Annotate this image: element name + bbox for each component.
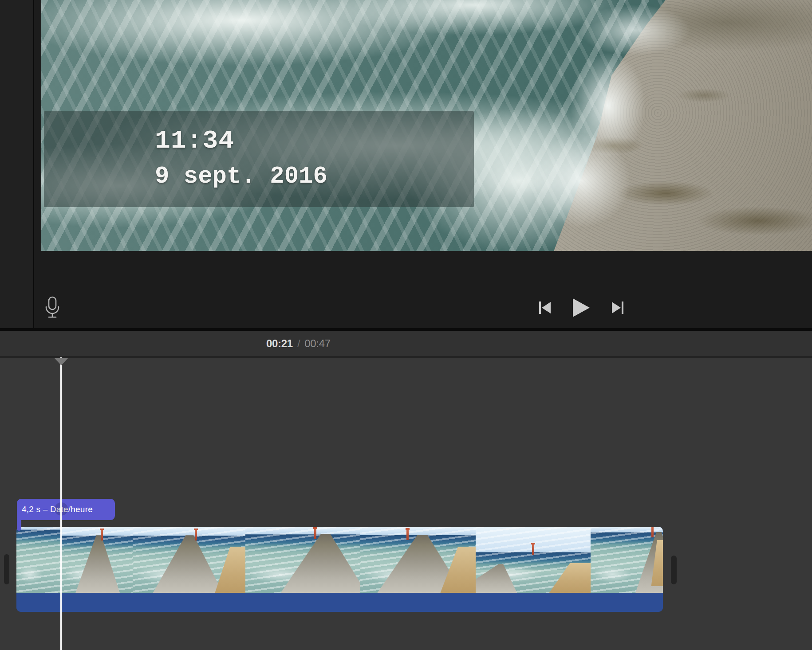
jetty-image bbox=[61, 535, 130, 593]
play-icon bbox=[572, 298, 590, 319]
clip-thumbnail bbox=[476, 527, 591, 593]
beacon-image bbox=[406, 529, 409, 540]
voiceover-record-button[interactable] bbox=[43, 296, 62, 319]
clip-thumbnail bbox=[591, 527, 663, 593]
beacon-image bbox=[314, 529, 316, 539]
timeline[interactable]: 4,2 s – Date/heure bbox=[0, 358, 812, 650]
trim-handle-left[interactable] bbox=[4, 554, 9, 584]
beacon-image bbox=[195, 530, 197, 540]
timecode-total: 00:47 bbox=[304, 337, 331, 350]
clip-filmstrip bbox=[16, 527, 663, 593]
skip-to-end-button[interactable] bbox=[611, 301, 626, 316]
datetime-title-overlay: 11:34 9 sept. 2016 bbox=[44, 111, 474, 207]
viewer-pane: 11:34 9 sept. 2016 bbox=[0, 0, 812, 328]
video-clip[interactable] bbox=[16, 527, 663, 612]
video-preview: 11:34 9 sept. 2016 bbox=[41, 0, 812, 251]
clip-thumbnail bbox=[133, 527, 245, 593]
playhead-handle[interactable] bbox=[55, 358, 68, 365]
timecode-current: 00:21 bbox=[266, 337, 293, 350]
microphone-icon bbox=[43, 314, 62, 321]
timecode-separator: / bbox=[297, 337, 300, 350]
timecode-bar: 00:21 / 00:47 bbox=[0, 331, 812, 356]
jetty-image bbox=[476, 552, 558, 593]
audio-waveform-bar[interactable] bbox=[16, 593, 663, 612]
skip-to-end-icon bbox=[611, 301, 626, 316]
overlay-time-text: 11:34 bbox=[155, 126, 474, 156]
skip-to-start-icon bbox=[537, 301, 552, 316]
skip-to-start-button[interactable] bbox=[537, 301, 552, 316]
transport-controls bbox=[537, 296, 626, 320]
trim-handle-right[interactable] bbox=[671, 556, 677, 584]
sand-image bbox=[544, 563, 591, 593]
sidebar-divider[interactable] bbox=[33, 0, 34, 328]
timecode-display: 00:21 / 00:47 bbox=[266, 337, 331, 350]
beacon-image bbox=[101, 530, 103, 540]
overlay-date-text: 9 sept. 2016 bbox=[155, 163, 474, 190]
jetty-image bbox=[248, 534, 360, 593]
left-sidebar bbox=[0, 0, 33, 328]
clip-thumbnail bbox=[245, 527, 360, 593]
beacon-image bbox=[651, 527, 654, 537]
playhead[interactable] bbox=[60, 357, 62, 650]
imovie-window: 11:34 9 sept. 2016 bbox=[0, 0, 812, 650]
clip-thumbnail bbox=[360, 527, 476, 593]
beacon-image bbox=[532, 544, 534, 555]
clip-thumbnail bbox=[61, 527, 133, 593]
clip-thumbnail bbox=[16, 527, 61, 593]
play-button[interactable] bbox=[572, 298, 590, 319]
